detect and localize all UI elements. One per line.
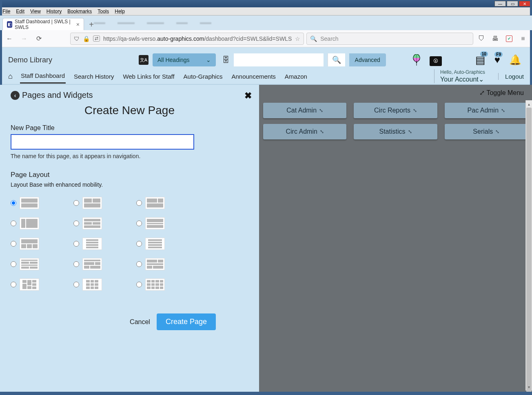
chevron-down-icon: ⌄ — [479, 76, 484, 83]
extension-icon[interactable]: ✔ — [503, 33, 515, 44]
layout-radio[interactable] — [11, 200, 16, 206]
menu-bookmarks[interactable]: Bookmarks — [67, 9, 92, 14]
nav-staff-dashboard[interactable]: Staff Dashboard — [20, 69, 66, 84]
balloon-icon[interactable] — [412, 54, 421, 66]
back-chevron-icon[interactable]: ‹ — [11, 91, 20, 100]
toggle-menu-button[interactable]: ⤢ Toggle Menu — [479, 89, 524, 97]
panel-breadcrumb[interactable]: Pages and Widgets — [22, 90, 93, 100]
layout-option-3[interactable] — [136, 194, 197, 212]
layout-thumb-icon — [145, 278, 165, 291]
translate-icon[interactable]: 文A — [139, 55, 149, 65]
window-close-button[interactable]: ✕ — [519, 1, 530, 7]
menu-help[interactable]: Help — [115, 9, 125, 14]
tracking-shield-icon[interactable]: 🛡 — [74, 35, 80, 42]
tab-strip: ◧ Staff Dashboard | SWLS | SWLS × + ▬▬▬▬… — [0, 15, 532, 30]
logout-link[interactable]: Logout — [498, 73, 524, 80]
create-page-button[interactable]: Create Page — [157, 313, 216, 330]
circ-admin-button[interactable]: Circ Admin⤡ — [263, 124, 346, 139]
layout-radio[interactable] — [11, 282, 16, 287]
window-minimize-button[interactable]: — — [494, 1, 506, 7]
collapse-icon: ⤡ — [320, 129, 324, 135]
menu-file[interactable]: File — [2, 9, 10, 14]
cat-admin-button[interactable]: Cat Admin⤡ — [263, 103, 346, 118]
layout-option-9[interactable] — [136, 234, 197, 253]
layout-radio[interactable] — [136, 221, 142, 226]
nav-amazon[interactable]: Amazon — [284, 70, 308, 83]
layout-radio[interactable] — [11, 241, 16, 247]
notifications-bell-icon[interactable]: 🔔 — [509, 54, 521, 66]
layout-option-6[interactable] — [136, 214, 197, 233]
catalog-search-button[interactable]: 🔍 — [328, 53, 345, 66]
nav-announcements[interactable]: Announcements — [231, 70, 276, 83]
nav-web-links[interactable]: Web Links for Staff — [122, 70, 175, 83]
layout-option-4[interactable] — [11, 214, 72, 233]
permissions-icon[interactable]: ⇄ — [93, 35, 100, 42]
layout-option-15[interactable] — [136, 275, 197, 294]
layout-option-10[interactable] — [11, 255, 72, 274]
scroll-down-icon[interactable]: ▾ — [526, 383, 532, 391]
serials-button[interactable]: Serials⤡ — [445, 124, 528, 139]
scroll-up-icon[interactable]: ▴ — [526, 100, 532, 108]
menu-view[interactable]: View — [30, 9, 41, 14]
layout-option-11[interactable] — [73, 255, 135, 274]
pac-admin-button[interactable]: Pac Admin⤡ — [445, 103, 528, 118]
home-icon[interactable]: ⌂ — [8, 72, 13, 81]
hamburger-menu-icon[interactable]: ≡ — [517, 33, 529, 44]
scanner-icon[interactable]: ⦿ — [430, 54, 442, 66]
menu-history[interactable]: History — [47, 9, 62, 14]
nav-forward-button[interactable]: → — [18, 33, 30, 45]
nav-back-button[interactable]: ← — [3, 33, 16, 45]
layout-radio[interactable] — [73, 200, 79, 206]
print-icon[interactable]: 🖶 — [490, 33, 501, 44]
statistics-button[interactable]: Statistics⤡ — [354, 124, 437, 139]
lock-icon[interactable]: 🔒 — [83, 35, 90, 42]
window-maximize-button[interactable]: ▭ — [507, 1, 518, 7]
layout-radio[interactable] — [11, 221, 16, 226]
layout-radio[interactable] — [11, 261, 16, 267]
layout-option-5[interactable] — [73, 214, 135, 233]
layout-radio[interactable] — [136, 200, 142, 206]
layout-option-14[interactable] — [73, 275, 135, 294]
nav-auto-graphics[interactable]: Auto-Graphics — [183, 70, 224, 83]
tab-close-icon[interactable]: × — [76, 21, 80, 28]
layout-option-8[interactable] — [73, 234, 135, 253]
nav-refresh-button[interactable]: ⟳ — [33, 33, 45, 45]
collapse-icon: ⤡ — [413, 108, 417, 113]
layout-radio[interactable] — [136, 282, 142, 287]
favorites-heart-icon[interactable]: ♥ F9 — [494, 54, 500, 66]
browser-tab[interactable]: ◧ Staff Dashboard | SWLS | SWLS × — [2, 18, 84, 30]
vertical-scrollbar[interactable]: ▴ ▾ — [525, 100, 532, 391]
cancel-button[interactable]: Cancel — [130, 318, 150, 326]
layout-option-13[interactable] — [11, 275, 72, 294]
layout-radio[interactable] — [73, 241, 79, 247]
url-input[interactable]: 🛡 🔒 ⇄ https://qa-swls-verso.auto-graphic… — [70, 33, 304, 45]
nav-search-history[interactable]: Search History — [73, 70, 115, 83]
close-icon[interactable]: ✖ — [244, 90, 252, 101]
catalog-search-input[interactable] — [234, 53, 324, 66]
layout-radio[interactable] — [73, 221, 79, 226]
pocket-icon[interactable]: ⛉ — [476, 33, 487, 44]
heading-filter-dropdown[interactable]: All Headings ⌄ — [153, 53, 216, 66]
layout-option-2[interactable] — [73, 194, 135, 212]
menu-edit[interactable]: Edit — [16, 9, 24, 14]
layout-option-1[interactable] — [11, 194, 72, 212]
menu-tools[interactable]: Tools — [98, 9, 109, 14]
account-dropdown[interactable]: Hello, Auto-Graphics Your Account⌄ — [434, 69, 485, 83]
circ-reports-button[interactable]: Circ Reports⤡ — [354, 103, 437, 118]
list-icon[interactable]: ▤ 10 — [475, 54, 485, 66]
list-count-badge: 10 — [480, 51, 488, 57]
scrollbar-thumb[interactable] — [526, 108, 532, 395]
advanced-search-button[interactable]: Advanced — [349, 53, 386, 66]
layout-radio[interactable] — [73, 261, 79, 267]
layout-radio[interactable] — [136, 241, 142, 247]
new-page-title-input[interactable] — [11, 134, 194, 150]
database-icon[interactable]: 🗄 — [222, 56, 230, 64]
layout-radio[interactable] — [73, 282, 79, 287]
layout-option-7[interactable] — [11, 234, 72, 253]
bookmark-star-icon[interactable]: ☆ — [295, 35, 300, 42]
browser-search-input[interactable]: 🔍 Search — [306, 33, 473, 45]
layout-radio[interactable] — [136, 261, 142, 267]
url-text: https://qa-swls-verso.auto-graphics.com/… — [103, 35, 292, 42]
layout-option-12[interactable] — [136, 255, 197, 274]
layout-thumb-icon — [82, 217, 102, 229]
